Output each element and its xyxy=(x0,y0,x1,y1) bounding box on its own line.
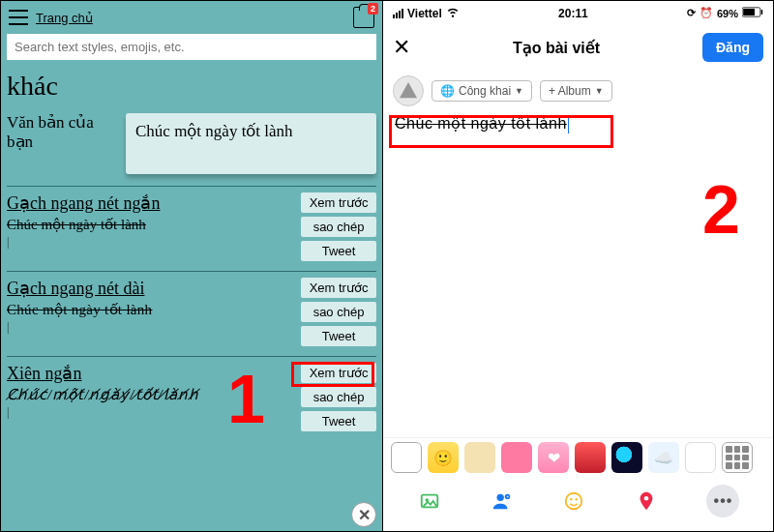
privacy-selector[interactable]: 🌐 Công khai ▼ xyxy=(432,80,532,102)
svg-rect-2 xyxy=(761,10,763,15)
style-sample: Chúc một ngày tốt lành xyxy=(7,216,301,233)
preview-button[interactable]: Xem trước xyxy=(301,363,376,383)
your-text-label: Văn bản của bạn xyxy=(7,113,108,153)
topbar: Trang chủ 2 xyxy=(7,5,376,32)
page-title: khác xyxy=(7,72,376,102)
step-number-marker: 2 xyxy=(702,171,740,249)
tweet-button[interactable]: Tweet xyxy=(301,241,376,261)
svg-point-8 xyxy=(566,493,582,510)
bg-white-drops[interactable] xyxy=(685,442,716,473)
svg-point-9 xyxy=(571,498,573,500)
svg-text:+: + xyxy=(506,494,509,499)
bg-hearts[interactable]: ❤ xyxy=(538,442,569,473)
nav-title: Tạo bài viết xyxy=(513,39,600,57)
bg-yellow-emoji[interactable]: 🙂 xyxy=(428,442,459,473)
your-text-input[interactable]: Chúc một ngày tốt lành xyxy=(126,113,376,174)
bg-cream-pattern[interactable] xyxy=(464,442,495,473)
text-caret: | xyxy=(7,235,301,250)
text-style-app-panel: Trang chủ 2 khác Văn bản của bạn Chúc mộ… xyxy=(1,1,382,531)
tag-people-icon[interactable]: + xyxy=(490,488,515,514)
signal-icon xyxy=(393,9,403,18)
photo-icon[interactable] xyxy=(417,488,442,514)
style-name[interactable]: Gạch ngang nét dài xyxy=(7,278,301,299)
album-label: + Album xyxy=(549,84,591,98)
ios-status-bar: Viettel 20:11 ⟳ ⏰ 69% xyxy=(383,1,773,25)
privacy-label: Công khai xyxy=(459,84,511,98)
svg-point-5 xyxy=(496,494,503,501)
preview-button[interactable]: Xem trước xyxy=(301,192,376,213)
chevron-down-icon: ▼ xyxy=(515,86,523,96)
bg-dark-neon[interactable] xyxy=(611,442,642,473)
svg-point-10 xyxy=(576,498,578,500)
copy-button[interactable]: sao chép xyxy=(301,387,376,407)
bg-cloud[interactable]: ☁️ xyxy=(648,442,679,473)
alarm-icon: ⏰ xyxy=(700,7,713,19)
background-picker: 🙂 ❤ ☁️ xyxy=(383,437,773,477)
style-row: Gạch ngang nét ngắn Chúc một ngày tốt là… xyxy=(7,186,376,261)
wifi-icon xyxy=(446,5,460,21)
step-number-marker: 1 xyxy=(227,361,265,438)
post-button[interactable]: Đăng xyxy=(702,33,763,62)
bg-pink[interactable] xyxy=(501,442,532,473)
tweet-button[interactable]: Tweet xyxy=(301,326,376,346)
album-selector[interactable]: + Album ▼ xyxy=(540,80,612,102)
preview-button[interactable]: Xem trước xyxy=(301,278,376,298)
tweet-button[interactable]: Tweet xyxy=(301,411,376,431)
close-ad-icon[interactable]: ✕ xyxy=(351,502,376,527)
style-row: Xiên ngắn C̸h̸ú̸c̸/m̸ộ̸t̸/n̸g̸à̸y̸/t̸ố̸t… xyxy=(7,356,376,431)
style-row: Gạch ngang nét dài Chúc một ngày tốt làn… xyxy=(7,271,376,346)
style-name[interactable]: Gạch ngang nét ngắn xyxy=(7,192,301,214)
close-icon[interactable]: ✕ xyxy=(393,35,410,60)
battery-percent: 69% xyxy=(717,8,738,19)
bg-more-icon[interactable] xyxy=(722,442,753,473)
location-icon[interactable] xyxy=(634,488,659,514)
svg-rect-1 xyxy=(743,9,755,15)
chevron-down-icon: ▼ xyxy=(595,86,604,96)
rotation-lock-icon: ⟳ xyxy=(687,7,696,19)
composer-header: 🌐 Công khai ▼ + Album ▼ xyxy=(383,70,773,108)
feeling-icon[interactable] xyxy=(561,488,586,514)
composer-nav: ✕ Tạo bài viết Đăng xyxy=(383,25,773,70)
menu-icon[interactable] xyxy=(9,10,28,25)
composer-actions: + ••• xyxy=(383,479,773,523)
compose-text-content: Chúc một ngày tốt lành xyxy=(395,115,567,132)
copy-button[interactable]: sao chép xyxy=(301,302,376,322)
more-icon[interactable]: ••• xyxy=(706,485,739,517)
copy-button[interactable]: sao chép xyxy=(301,217,376,237)
home-link[interactable]: Trang chủ xyxy=(36,11,93,25)
style-sample: Chúc một ngày tốt lành xyxy=(7,301,301,318)
clipboard-icon[interactable]: 2 xyxy=(353,7,374,28)
globe-icon: 🌐 xyxy=(440,84,455,98)
compose-text-area[interactable]: Chúc một ngày tốt lành xyxy=(383,108,773,139)
clock: 20:11 xyxy=(460,7,687,20)
text-caret: | xyxy=(7,320,301,335)
bg-none[interactable] xyxy=(391,442,422,473)
search-input[interactable] xyxy=(7,34,376,60)
avatar[interactable] xyxy=(393,75,424,106)
svg-point-11 xyxy=(644,496,649,501)
text-cursor xyxy=(568,116,570,133)
carrier-label: Viettel xyxy=(407,7,442,20)
clipboard-badge: 2 xyxy=(368,3,378,15)
facebook-composer-panel: Viettel 20:11 ⟳ ⏰ 69% ✕ Tạo bài viết Đăn… xyxy=(382,1,773,531)
battery-icon xyxy=(742,7,763,19)
bg-red-gradient[interactable] xyxy=(575,442,606,473)
